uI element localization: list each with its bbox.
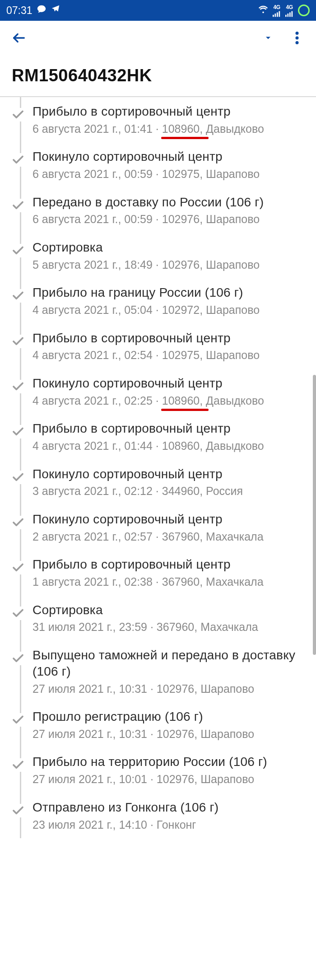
event-meta: 6 августа 2021 г., 00:59 · 102976, Шарап… bbox=[33, 212, 306, 227]
tracking-event[interactable]: Отправлено из Гонконга (106 г)23 июля 20… bbox=[33, 793, 316, 838]
event-title: Прибыло в сортировочный центр bbox=[33, 420, 306, 437]
svg-point-1 bbox=[296, 37, 299, 40]
event-meta: 23 июля 2021 г., 14:10 · Гонконг bbox=[33, 817, 306, 832]
check-icon bbox=[11, 335, 25, 348]
app-bar bbox=[0, 21, 316, 55]
event-title: Прибыло в сортировочный центр bbox=[33, 330, 306, 346]
arrow-left-icon bbox=[11, 30, 27, 46]
check-icon bbox=[11, 199, 25, 212]
status-time: 07:31 bbox=[6, 5, 33, 17]
tracking-event[interactable]: Прибыло в сортировочный центр4 августа 2… bbox=[33, 414, 316, 459]
event-meta-before: 5 августа 2021 г., 18:49 · 102976, Шарап… bbox=[33, 258, 260, 271]
check-icon bbox=[11, 108, 25, 121]
event-title: Покинуло сортировочный центр bbox=[33, 149, 306, 165]
dropdown-button[interactable] bbox=[258, 28, 278, 48]
check-icon bbox=[11, 713, 25, 727]
tracking-number-title: RM150640432HK bbox=[0, 55, 316, 96]
event-title: Сортировка bbox=[33, 602, 306, 618]
check-icon bbox=[11, 471, 25, 484]
event-title: Прибыло в сортировочный центр bbox=[33, 103, 306, 120]
event-meta-before: 4 августа 2021 г., 01:44 · 108960, Давыд… bbox=[33, 439, 264, 452]
check-icon bbox=[11, 607, 25, 620]
event-meta: 27 июля 2021 г., 10:31 · 102976, Шарапов… bbox=[33, 727, 306, 742]
event-meta-highlight: 108960 bbox=[162, 393, 200, 408]
event-meta-before: 2 августа 2021 г., 02:57 · 367960, Махач… bbox=[33, 530, 264, 543]
signal-2: 4G bbox=[285, 4, 293, 17]
status-bar: 07:31 4G 4G bbox=[0, 0, 316, 21]
event-meta-before: 23 июля 2021 г., 14:10 · Гонконг bbox=[33, 818, 196, 831]
tracking-event[interactable]: Прошло регистрацию (106 г)27 июля 2021 г… bbox=[33, 702, 316, 747]
overflow-menu-button[interactable] bbox=[287, 28, 307, 48]
svg-point-2 bbox=[296, 41, 299, 44]
tracking-event[interactable]: Прибыло на территорию России (106 г)27 и… bbox=[33, 747, 316, 793]
event-meta-before: 4 августа 2021 г., 02:25 · bbox=[33, 394, 162, 407]
tracking-timeline[interactable]: Прибыло в сортировочный центр6 августа 2… bbox=[0, 97, 316, 838]
check-icon bbox=[11, 804, 25, 817]
event-meta-before: 31 июля 2021 г., 23:59 · 367960, Махачка… bbox=[33, 621, 258, 633]
battery-circle-icon bbox=[298, 5, 310, 16]
event-meta: 6 августа 2021 г., 01:41 · 108960, Давыд… bbox=[33, 121, 306, 136]
tracking-event[interactable]: Покинуло сортировочный центр2 августа 20… bbox=[33, 505, 316, 550]
event-meta-before: 27 июля 2021 г., 10:31 · 102976, Шарапов… bbox=[33, 728, 254, 740]
svg-point-0 bbox=[296, 32, 299, 35]
chat-icon bbox=[37, 4, 46, 17]
event-meta-before: 3 августа 2021 г., 02:12 · 344960, Росси… bbox=[33, 485, 243, 497]
scroll-indicator bbox=[313, 375, 316, 655]
check-icon bbox=[11, 652, 25, 665]
event-meta: 2 августа 2021 г., 02:57 · 367960, Махач… bbox=[33, 529, 306, 544]
tracking-event[interactable]: Покинуло сортировочный центр4 августа 20… bbox=[33, 369, 316, 414]
event-meta: 4 августа 2021 г., 02:25 · 108960, Давыд… bbox=[33, 393, 306, 408]
event-title: Сортировка bbox=[33, 239, 306, 256]
back-button[interactable] bbox=[9, 28, 29, 48]
event-meta: 3 августа 2021 г., 02:12 · 344960, Росси… bbox=[33, 484, 306, 499]
event-title: Покинуло сортировочный центр bbox=[33, 466, 306, 482]
check-icon bbox=[11, 425, 25, 439]
tracking-event[interactable]: Прибыло в сортировочный центр6 августа 2… bbox=[33, 97, 316, 142]
event-meta: 4 августа 2021 г., 05:04 · 102972, Шарап… bbox=[33, 303, 306, 317]
event-meta: 31 июля 2021 г., 23:59 · 367960, Махачка… bbox=[33, 620, 306, 635]
event-title: Передано в доставку по России (106 г) bbox=[33, 194, 306, 210]
tracking-event[interactable]: Прибыло в сортировочный центр4 августа 2… bbox=[33, 324, 316, 369]
tracking-event[interactable]: Покинуло сортировочный центр6 августа 20… bbox=[33, 142, 316, 187]
tracking-event[interactable]: Выпущено таможней и передано в доставку … bbox=[33, 641, 316, 702]
event-meta-before: 6 августа 2021 г., 00:59 · 102975, Шарап… bbox=[33, 168, 260, 180]
event-meta-before: 6 августа 2021 г., 00:59 · 102976, Шарап… bbox=[33, 213, 260, 225]
tracking-event[interactable]: Прибыло на границу России (106 г)4 авгус… bbox=[33, 278, 316, 323]
wifi-icon bbox=[258, 4, 268, 17]
tracking-event[interactable]: Сортировка5 августа 2021 г., 18:49 · 102… bbox=[33, 233, 316, 278]
event-title: Прибыло на границу России (106 г) bbox=[33, 285, 306, 301]
event-title: Прошло регистрацию (106 г) bbox=[33, 709, 306, 725]
event-meta: 1 августа 2021 г., 02:38 · 367960, Махач… bbox=[33, 574, 306, 589]
event-meta-before: 4 августа 2021 г., 05:04 · 102972, Шарап… bbox=[33, 303, 260, 316]
tracking-event[interactable]: Прибыло в сортировочный центр1 августа 2… bbox=[33, 550, 316, 595]
event-meta: 4 августа 2021 г., 02:54 · 102975, Шарап… bbox=[33, 348, 306, 363]
event-title: Покинуло сортировочный центр bbox=[33, 511, 306, 527]
tracking-event[interactable]: Сортировка31 июля 2021 г., 23:59 · 36796… bbox=[33, 596, 316, 641]
event-meta: 27 июля 2021 г., 10:31 · 102976, Шарапов… bbox=[33, 681, 306, 696]
event-title: Отправлено из Гонконга (106 г) bbox=[33, 799, 306, 816]
event-title: Прибыло в сортировочный центр bbox=[33, 556, 306, 573]
event-meta: 4 августа 2021 г., 01:44 · 108960, Давыд… bbox=[33, 439, 306, 453]
event-title: Выпущено таможней и передано в доставку … bbox=[33, 647, 306, 680]
tracking-event[interactable]: Передано в доставку по России (106 г)6 а… bbox=[33, 188, 316, 233]
check-icon bbox=[11, 244, 25, 257]
event-title: Покинуло сортировочный центр bbox=[33, 375, 306, 392]
check-icon bbox=[11, 289, 25, 303]
event-meta-before: 6 августа 2021 г., 01:41 · bbox=[33, 122, 162, 135]
signal-1: 4G bbox=[273, 4, 281, 17]
caret-down-icon bbox=[264, 33, 273, 42]
check-icon bbox=[11, 153, 25, 167]
tracking-event[interactable]: Покинуло сортировочный центр3 августа 20… bbox=[33, 460, 316, 505]
check-icon bbox=[11, 561, 25, 574]
event-meta: 27 июля 2021 г., 10:01 · 102976, Шарапов… bbox=[33, 772, 306, 787]
event-meta-after: , Давыдково bbox=[200, 394, 264, 407]
check-icon bbox=[11, 516, 25, 529]
event-meta-before: 4 августа 2021 г., 02:54 · 102975, Шарап… bbox=[33, 349, 260, 361]
telegram-icon bbox=[51, 4, 60, 17]
event-meta-after: , Давыдково bbox=[200, 122, 264, 135]
more-vert-icon bbox=[295, 32, 299, 44]
event-meta-highlight: 108960 bbox=[162, 121, 200, 136]
event-meta-before: 27 июля 2021 г., 10:31 · 102976, Шарапов… bbox=[33, 682, 254, 695]
event-title: Прибыло на территорию России (106 г) bbox=[33, 754, 306, 770]
check-icon bbox=[11, 380, 25, 393]
